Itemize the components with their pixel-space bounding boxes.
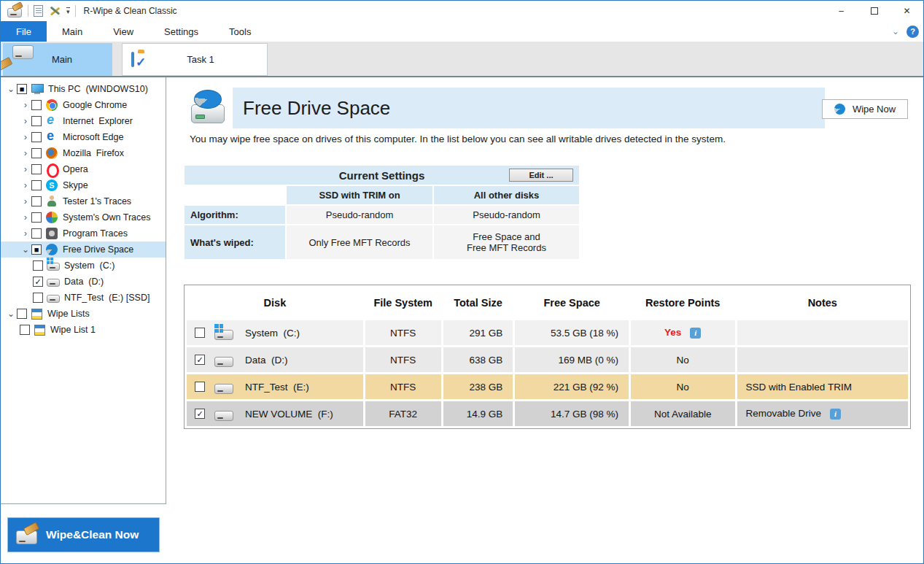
table-row-new-volume-f[interactable]: ✓ NEW VOLUME (F:) FAT32 14.9 GB 14.7 GB … [187, 401, 908, 426]
wipe-now-label: Wipe Now [853, 104, 896, 115]
drives-table-wrap: Disk File System Total Size Free Space R… [184, 285, 911, 429]
checkbox[interactable] [31, 196, 42, 206]
sidebar-item-system-traces[interactable]: › System's Own Traces [1, 209, 166, 225]
chevron-right-icon[interactable]: › [20, 210, 31, 225]
sidebar-item-label: This PC (WINDOWS10) [48, 84, 148, 94]
checkbox[interactable] [20, 325, 30, 335]
chevron-right-icon[interactable]: › [20, 146, 31, 161]
wipe-now-button[interactable]: Wipe Now [822, 99, 908, 119]
column-header-restore-points[interactable]: Restore Points [631, 287, 735, 318]
sidebar-item-system-c[interactable]: System (C:) [1, 258, 166, 274]
menu-file[interactable]: File [1, 21, 47, 42]
tab-task-1[interactable]: Task 1 [122, 43, 268, 76]
checkbox[interactable] [31, 164, 42, 174]
current-settings-header: Current Settings Edit ... [185, 166, 579, 185]
title-bar[interactable]: ▾ R-Wipe & Clean Classic – ✕ [1, 1, 923, 21]
sidebar-item-label: Internet Explorer [63, 116, 133, 126]
whats-wiped-other-value: Free Space and Free MFT Records [434, 225, 579, 259]
wipe-clean-now-button[interactable]: Wipe&Clean Now [7, 517, 160, 552]
chevron-down-icon[interactable]: ⌄ [20, 242, 31, 257]
minimize-button[interactable]: – [825, 1, 858, 21]
algorithm-ssd-value: Pseudo-random [287, 206, 432, 224]
sidebar-item-opera[interactable]: › Opera [1, 161, 166, 177]
chevron-right-icon[interactable]: › [20, 194, 31, 209]
sidebar-item-free-drive-space[interactable]: ⌄ ■ Free Drive Space [1, 242, 166, 258]
checkbox[interactable] [31, 100, 42, 110]
sidebar-item-this-pc[interactable]: ⌄ ■ This PC (WINDOWS10) [1, 81, 166, 97]
close-button[interactable]: ✕ [890, 1, 923, 21]
checkbox[interactable] [31, 228, 42, 239]
checkbox[interactable]: ■ [31, 244, 42, 255]
tools-icon[interactable] [48, 5, 61, 17]
row-checkbox[interactable] [195, 382, 205, 392]
sidebar-item-data-d[interactable]: ✓ Data (D:) [1, 274, 166, 290]
chevron-right-icon[interactable]: › [20, 130, 31, 144]
notes-value: SSD with Enabled TRIM [737, 374, 908, 399]
column-header-notes[interactable]: Notes [737, 287, 908, 318]
checkbox[interactable] [17, 309, 27, 319]
sidebar-item-mozilla-firefox[interactable]: › Mozilla Firefox [1, 145, 166, 161]
windows-logo-icon [47, 258, 53, 264]
chevron-right-icon[interactable]: › [20, 162, 31, 177]
info-icon[interactable]: i [830, 409, 841, 420]
sidebar-item-program-traces[interactable]: › Program Traces [1, 225, 166, 242]
sidebar-item-wipe-lists[interactable]: ⌄ Wipe Lists [1, 306, 166, 322]
menu-settings[interactable]: Settings [149, 21, 214, 42]
menu-main[interactable]: Main [47, 21, 98, 42]
table-row-data-d[interactable]: ✓ Data (D:) NTFS 638 GB 169 MB (0 %) No [187, 347, 908, 372]
checkbox[interactable] [31, 132, 42, 142]
help-button[interactable]: ? [906, 26, 919, 38]
edit-button[interactable]: Edit ... [509, 169, 573, 182]
menu-tools[interactable]: Tools [214, 21, 266, 42]
sidebar-item-skype[interactable]: › S Skype [1, 177, 166, 193]
restore-points-value: No [631, 374, 735, 399]
chrome-icon [46, 99, 58, 111]
chevron-down-icon[interactable]: ⌄ [5, 306, 17, 321]
maximize-button[interactable] [858, 1, 890, 21]
chevron-right-icon[interactable]: › [20, 178, 31, 193]
checkbox[interactable]: ✓ [33, 277, 43, 287]
sidebar-item-microsoft-edge[interactable]: › Microsoft Edge [1, 129, 166, 145]
column-header-disk[interactable]: Disk [187, 287, 363, 318]
table-row-system-c[interactable]: System (C:) NTFS 291 GB 53.5 GB (18 %) Y… [187, 320, 908, 345]
column-header-file-system[interactable]: File System [365, 287, 441, 318]
checkbox[interactable] [31, 212, 42, 223]
tab-main[interactable]: Main [3, 43, 112, 76]
checkbox[interactable] [33, 293, 43, 303]
internet-explorer-icon [45, 115, 58, 128]
main-panel: Free Drive Space Wipe Now You may wipe f… [167, 77, 923, 563]
system-drive-icon [47, 259, 60, 272]
sidebar-item-wipe-list-1[interactable]: Wipe List 1 [1, 322, 166, 338]
checkbox[interactable]: ■ [17, 84, 27, 94]
chevron-right-icon[interactable]: › [20, 98, 31, 112]
sidebar-item-label: Microsoft Edge [63, 132, 123, 142]
checkbox[interactable] [31, 148, 42, 158]
whats-wiped-label: What's wiped: [185, 225, 285, 259]
current-settings-table: Current Settings Edit ... SSD with TRIM … [183, 164, 581, 260]
checkbox[interactable] [33, 260, 43, 271]
collapse-ribbon-icon[interactable]: ⌄ [892, 26, 899, 36]
row-checkbox[interactable]: ✓ [195, 355, 205, 365]
menu-view[interactable]: View [98, 21, 149, 42]
chevron-right-icon[interactable]: › [20, 114, 31, 128]
row-checkbox[interactable]: ✓ [195, 409, 205, 419]
checkbox[interactable] [31, 116, 42, 126]
row-checkbox[interactable] [195, 328, 205, 338]
other-disks-column-header: All other disks [434, 186, 579, 204]
checkbox[interactable] [31, 180, 42, 190]
free-drive-space-icon [190, 90, 228, 125]
qat-dropdown-icon[interactable]: ▾ [66, 7, 70, 15]
column-header-free-space[interactable]: Free Space [515, 287, 629, 318]
column-header-total-size[interactable]: Total Size [443, 287, 513, 318]
sidebar-item-internet-explorer[interactable]: › Internet Explorer [1, 113, 166, 129]
sidebar-item-tester-traces[interactable]: › Tester 1's Traces [1, 193, 166, 209]
chevron-right-icon[interactable]: › [20, 226, 31, 241]
sidebar-item-google-chrome[interactable]: › Google Chrome [1, 97, 166, 113]
app-logo-icon [7, 4, 23, 18]
file-system-value: FAT32 [365, 401, 441, 426]
info-icon[interactable]: i [690, 328, 701, 339]
chevron-down-icon[interactable]: ⌄ [5, 82, 17, 96]
sidebar-item-ntf-test-e[interactable]: NTF_Test (E:) [SSD] [1, 290, 166, 306]
task-list-icon[interactable] [34, 5, 43, 17]
table-row-ntf-test-e[interactable]: NTF_Test (E:) NTFS 238 GB 221 GB (92 %) … [187, 374, 908, 399]
